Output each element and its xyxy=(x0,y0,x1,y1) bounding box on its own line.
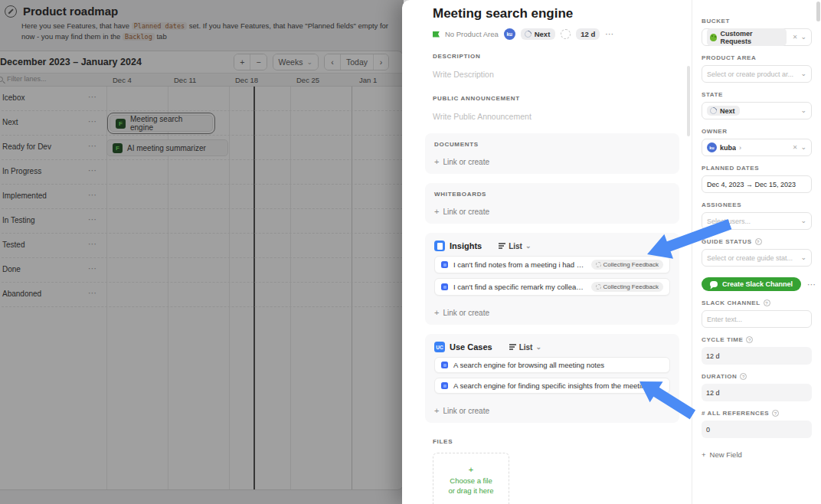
announcement-input[interactable]: Write Public Announcement xyxy=(433,112,679,121)
product-area-placeholder: Select or create product ar... xyxy=(707,70,797,78)
file-dropzone-line1: Choose a file xyxy=(450,476,492,485)
clear-icon[interactable]: ✕ xyxy=(793,144,798,151)
guide-status-select[interactable]: Select or create guide stat... ⌄ xyxy=(702,249,812,267)
info-icon: ? xyxy=(764,299,770,306)
assignees-label: ASSIGNEES xyxy=(702,201,812,208)
duration-label: DURATION? xyxy=(702,373,812,380)
whiteboards-link-or-create[interactable]: +Link or create xyxy=(434,207,670,216)
use-case-text: A search engine for finding specific ins… xyxy=(453,381,663,390)
cycle-time-field: 12 d xyxy=(702,347,812,365)
info-icon: ? xyxy=(746,336,753,343)
info-icon: ? xyxy=(772,410,779,417)
panel-scrollbar[interactable] xyxy=(687,66,690,136)
create-slack-channel-label: Create Slack Channel xyxy=(722,280,793,288)
guide-status-placeholder: Select or create guide stat... xyxy=(707,254,797,262)
assignee-empty-circle[interactable] xyxy=(561,29,571,39)
assignees-select[interactable]: Select users... ⌄ xyxy=(702,212,812,230)
chevron-down-icon: ⌄ xyxy=(800,218,806,224)
insights-link-or-create[interactable]: +Link or create xyxy=(434,308,670,317)
planned-dates-input[interactable]: Dec 4, 2023 → Dec 15, 2023 xyxy=(702,175,812,193)
announcement-label: PUBLIC ANNOUNCEMENT xyxy=(433,95,679,102)
duration-field: 12 d xyxy=(702,384,812,401)
chat-bubble-icon xyxy=(710,281,718,287)
status-badge-label: Collecting Feedback xyxy=(603,261,659,268)
slack-channel-label-text: SLACK CHANNEL xyxy=(702,299,760,306)
bucket-select[interactable]: Customer Requests ✕ ⌄ xyxy=(702,28,812,46)
file-dropzone-line2: or drag it here xyxy=(448,486,493,495)
all-references-field: 0 xyxy=(702,421,812,438)
modal-backdrop[interactable] xyxy=(0,0,404,504)
use-case-bullet-icon xyxy=(441,382,448,389)
owner-avatar[interactable]: ku xyxy=(504,28,515,40)
cycle-time-value: 12 d xyxy=(706,352,807,360)
sidebar-scrollbar[interactable] xyxy=(816,2,820,21)
description-label: DESCRIPTION xyxy=(433,53,679,60)
file-dropzone[interactable]: + Choose a fileor drag it here xyxy=(433,453,509,504)
planned-dates-label: PLANNED DATES xyxy=(702,165,812,172)
new-field-button[interactable]: +New Field xyxy=(702,450,812,459)
insight-text: I can't find notes from a meeting i had … xyxy=(453,260,586,269)
plus-icon: + xyxy=(434,157,439,166)
state-badge[interactable]: Next xyxy=(521,28,556,40)
link-or-create-label: Link or create xyxy=(443,309,489,317)
use-cases-title-label: Use Cases xyxy=(450,342,492,352)
whiteboards-label: WHITEBOARDS xyxy=(434,191,670,198)
view-label: List xyxy=(509,242,522,250)
app-window: Product roadmap Here you see Features, t… xyxy=(0,0,821,504)
status-badge-label: Collecting Feedback xyxy=(603,283,659,290)
plus-icon: + xyxy=(469,465,473,474)
cycle-time-label-text: CYCLE TIME xyxy=(702,336,743,343)
create-slack-channel-button[interactable]: Create Slack Channel xyxy=(702,277,801,291)
product-area-select[interactable]: Select or create product ar... ⌄ xyxy=(702,65,812,83)
insight-status-badge[interactable]: Collecting Feedback xyxy=(591,282,663,292)
product-area-badge[interactable]: No Product Area xyxy=(445,30,499,38)
state-icon xyxy=(523,29,533,39)
plus-icon: + xyxy=(702,450,706,459)
link-or-create-label: Link or create xyxy=(443,158,489,166)
bucket-label: BUCKET xyxy=(702,18,812,25)
owner-avatar: ku xyxy=(707,142,717,152)
insights-icon xyxy=(434,241,445,251)
use-cases-title: UCUse Cases xyxy=(434,342,492,352)
entity-title[interactable]: Meeting search engine xyxy=(433,6,679,21)
owner-value: kuba xyxy=(720,144,736,152)
status-dot-icon xyxy=(596,284,601,290)
link-or-create-label: Link or create xyxy=(443,208,489,216)
open-entity-icon[interactable]: › xyxy=(739,144,741,152)
description-input[interactable]: Write Description xyxy=(433,70,679,79)
use-case-bullet-icon xyxy=(441,362,448,368)
files-label: FILES xyxy=(433,438,679,445)
insight-bullet-icon xyxy=(441,261,448,268)
insight-bullet-icon xyxy=(441,283,448,290)
use-case-item[interactable]: A search engine for finding specific ins… xyxy=(434,378,670,394)
entity-more-button[interactable]: ⋯ xyxy=(605,29,614,39)
state-value: Next xyxy=(720,107,735,115)
owner-label: OWNER xyxy=(702,128,812,135)
list-view-icon xyxy=(509,343,516,352)
info-icon: ? xyxy=(755,238,762,245)
entity-badge-row: No Product Area ku Next 12 d ⋯ xyxy=(433,28,679,40)
use-cases-view-switch[interactable]: List⌄ xyxy=(509,343,541,352)
effort-badge[interactable]: 12 d xyxy=(576,28,600,40)
use-case-item[interactable]: A search engine for browsing all meeting… xyxy=(434,357,670,373)
owner-select[interactable]: ku kuba › ✕ ⌄ xyxy=(702,139,812,156)
insight-status-badge[interactable]: Collecting Feedback xyxy=(591,260,663,270)
slack-channel-input[interactable]: Enter text... xyxy=(702,310,812,328)
insight-item[interactable]: I can't find notes from a meeting i had … xyxy=(434,256,670,273)
documents-link-or-create[interactable]: +Link or create xyxy=(434,157,670,166)
use-cases-link-or-create[interactable]: +Link or create xyxy=(434,406,670,415)
status-dot-icon xyxy=(596,262,601,267)
clear-icon[interactable]: ✕ xyxy=(793,34,798,41)
insights-view-switch[interactable]: List⌄ xyxy=(499,242,531,250)
all-references-label-text: # ALL REFERENCES xyxy=(702,410,769,417)
duration-value: 12 d xyxy=(706,389,807,397)
state-select[interactable]: Next ⌄ xyxy=(702,102,812,119)
product-area-label: PRODUCT AREA xyxy=(702,54,812,61)
insight-item[interactable]: I can't find a specific remark my collea… xyxy=(434,278,670,296)
use-cases-icon: UC xyxy=(434,342,445,352)
documents-label: DOCUMENTS xyxy=(434,141,670,148)
fields-sidebar: BUCKET Customer Requests ✕ ⌄ PRODUCT ARE… xyxy=(692,0,821,504)
slack-channel-label: SLACK CHANNEL? xyxy=(702,299,812,306)
insights-title: Insights xyxy=(434,241,482,251)
slack-more-button[interactable]: ⋯ xyxy=(807,280,816,290)
